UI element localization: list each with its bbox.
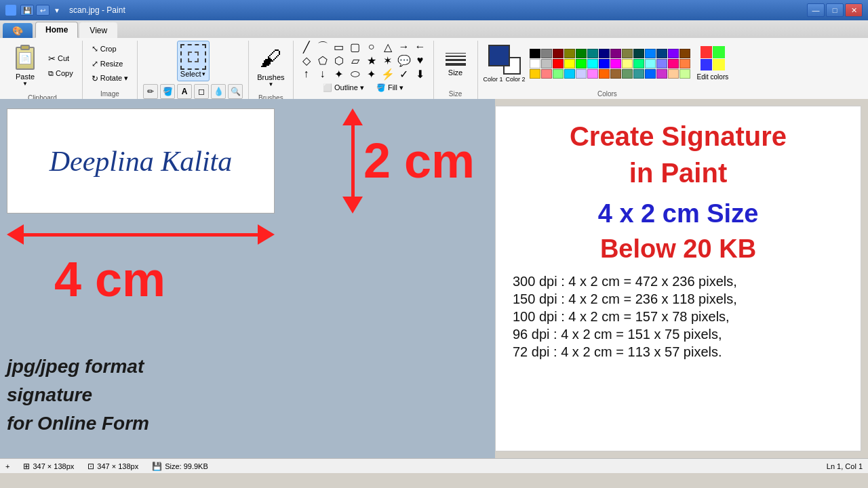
- foursidearrow-shape[interactable]: ✦: [332, 68, 347, 80]
- select-button[interactable]: Select ▾: [177, 41, 210, 81]
- maximize-button[interactable]: □: [826, 3, 844, 17]
- color-cell[interactable]: [610, 49, 621, 58]
- copy-button[interactable]: ⧉ Copy: [45, 67, 77, 80]
- color-cell[interactable]: [541, 49, 552, 58]
- uparrow-shape[interactable]: ↑: [299, 68, 314, 80]
- color-cell[interactable]: [564, 59, 575, 68]
- color-cell[interactable]: [541, 59, 552, 68]
- close-button[interactable]: ✕: [845, 3, 863, 17]
- resize-button[interactable]: ⤢ Resize: [88, 57, 132, 70]
- cylinder-shape[interactable]: ⬭: [348, 68, 363, 80]
- color-cell[interactable]: [668, 59, 679, 68]
- fill-tool[interactable]: 🪣: [160, 84, 175, 99]
- color-cell[interactable]: [587, 69, 598, 79]
- magnifier-tool[interactable]: 🔍: [228, 84, 243, 99]
- color-cell[interactable]: [622, 49, 633, 58]
- color-cell[interactable]: [633, 49, 644, 58]
- color-cell[interactable]: [564, 49, 575, 58]
- color-cell[interactable]: [679, 69, 690, 79]
- color-cell[interactable]: [633, 69, 644, 79]
- curve-shape[interactable]: ⌒: [315, 41, 330, 53]
- color-labels: Color 1 Color 2: [484, 76, 526, 83]
- color-cell[interactable]: [599, 59, 610, 68]
- paste-button[interactable]: 📄 Paste ▼: [8, 41, 42, 90]
- rightarrow-shape[interactable]: →: [397, 41, 412, 53]
- color-cell[interactable]: [553, 69, 564, 79]
- diamond-shape[interactable]: ◇: [299, 54, 314, 66]
- color-cell[interactable]: [656, 69, 667, 79]
- signature-display: Deeplina Kalita: [7, 109, 274, 213]
- quick-undo-icon[interactable]: ↩: [36, 5, 50, 16]
- color-cell[interactable]: [587, 49, 598, 58]
- ellipse-shape[interactable]: ○: [364, 41, 379, 53]
- paint-canvas[interactable]: Deeplina Kalita 2 cm 4 cm jpg/jpeg forma…: [0, 99, 495, 458]
- color1-swatch[interactable]: [488, 45, 510, 66]
- color-cell[interactable]: [645, 59, 656, 68]
- star5-shape[interactable]: ★: [364, 54, 379, 66]
- scroll-down-shape[interactable]: ⬇: [413, 68, 428, 80]
- color-cell[interactable]: [633, 59, 644, 68]
- callout-shape[interactable]: 💬: [397, 54, 412, 66]
- cut-button[interactable]: ✂ Cut: [45, 52, 77, 66]
- color-cell[interactable]: [656, 49, 667, 58]
- rotate-button[interactable]: ↻ Rotate ▾: [88, 72, 132, 85]
- brushes-button[interactable]: 🖌 Brushes ▼: [254, 41, 287, 90]
- size-controls: Size: [439, 41, 472, 89]
- color-cell[interactable]: [599, 49, 610, 58]
- star6-shape[interactable]: ✶: [380, 54, 395, 66]
- quick-access-dropdown[interactable]: ▼: [52, 5, 62, 16]
- color-cell[interactable]: [656, 59, 667, 68]
- line-col-value: Ln 1, Col 1: [827, 462, 863, 470]
- paint-menu-button[interactable]: 🎨: [3, 23, 33, 38]
- star4-shape[interactable]: ✦: [364, 68, 379, 80]
- color-cell[interactable]: [587, 59, 598, 68]
- outline-button[interactable]: ⬜ Outline ▾: [319, 81, 368, 94]
- size-button[interactable]: Size: [439, 47, 472, 80]
- color-cell[interactable]: [576, 69, 587, 79]
- downarrow-shape[interactable]: ↓: [315, 68, 330, 80]
- color-cell[interactable]: [541, 69, 552, 79]
- color-cell[interactable]: [564, 69, 575, 79]
- color-cell[interactable]: [576, 59, 587, 68]
- tab-view[interactable]: View: [79, 22, 117, 38]
- eraser-tool[interactable]: ◻: [194, 84, 209, 99]
- lightning-shape[interactable]: ⚡: [380, 68, 395, 80]
- check-shape[interactable]: ✓: [397, 68, 412, 80]
- minimize-button[interactable]: —: [807, 3, 825, 17]
- color-cell[interactable]: [553, 49, 564, 58]
- roundrect-shape[interactable]: ▢: [348, 41, 363, 53]
- pencil-tool[interactable]: ✏: [143, 84, 158, 99]
- heart-shape[interactable]: ♥: [413, 54, 428, 66]
- color-cell[interactable]: [576, 49, 587, 58]
- line-shape[interactable]: ╱: [299, 41, 314, 53]
- quick-save-icon[interactable]: 💾: [20, 5, 34, 16]
- text-tool[interactable]: A: [177, 84, 192, 99]
- color-cell[interactable]: [668, 69, 679, 79]
- tab-home[interactable]: Home: [35, 22, 78, 38]
- color-cell[interactable]: [679, 59, 690, 68]
- color-cell[interactable]: [622, 69, 633, 79]
- parallelogram-shape[interactable]: ▱: [348, 54, 363, 66]
- color-cell[interactable]: [530, 59, 540, 68]
- eyedropper-tool[interactable]: 💧: [211, 84, 226, 99]
- color-cell[interactable]: [610, 69, 621, 79]
- edit-colors-button[interactable]: Edit colors: [694, 43, 732, 83]
- triangle-shape[interactable]: △: [380, 41, 395, 53]
- rect-shape[interactable]: ▭: [332, 41, 347, 53]
- color-cell[interactable]: [679, 49, 690, 58]
- pentagon-shape[interactable]: ⬠: [315, 54, 330, 66]
- color-cell[interactable]: [610, 59, 621, 68]
- color-cell[interactable]: [668, 49, 679, 58]
- color-cell[interactable]: [645, 49, 656, 58]
- color-cell[interactable]: [553, 59, 564, 68]
- fill-button[interactable]: 🪣 Fill ▾: [373, 81, 407, 94]
- leftarrow-shape[interactable]: ←: [413, 41, 428, 53]
- color-cell[interactable]: [530, 69, 540, 79]
- color-cell[interactable]: [530, 49, 540, 58]
- size-line-2: [446, 56, 466, 57]
- color-cell[interactable]: [645, 69, 656, 79]
- color-cell[interactable]: [622, 59, 633, 68]
- hexagon-shape[interactable]: ⬡: [332, 54, 347, 66]
- crop-button[interactable]: ⤡ Crop: [88, 42, 132, 56]
- color-cell[interactable]: [599, 69, 610, 79]
